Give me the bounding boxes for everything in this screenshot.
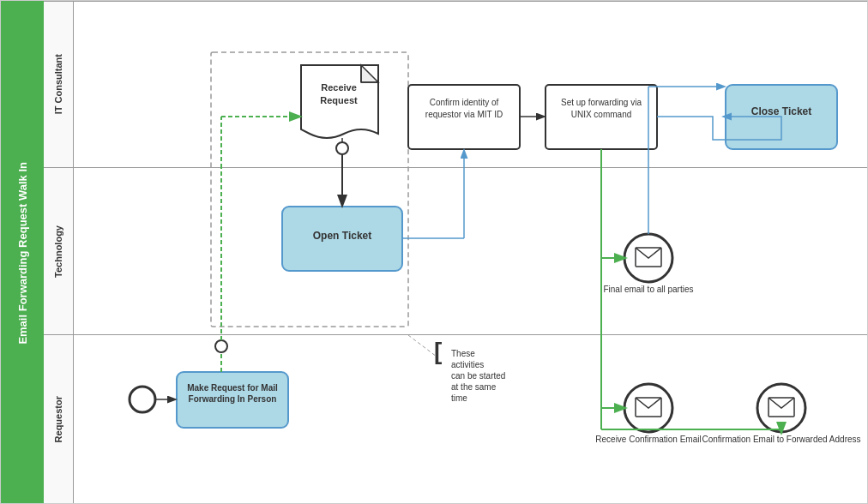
lane-requestor-label: Requestor — [53, 396, 63, 442]
lane-it: IT Consultant — [44, 1, 868, 168]
lane-requestor-label-container: Requestor — [44, 335, 74, 504]
lane-it-label-container: IT Consultant — [44, 2, 74, 167]
lane-tech-label-container: Technology — [44, 168, 74, 334]
diagram-title-bar: Email Forwarding Request Walk In — [1, 1, 44, 504]
diagram-container: Email Forwarding Request Walk In IT Cons… — [0, 0, 868, 504]
lane-tech: Technology — [44, 168, 868, 335]
swim-lanes: IT Consultant Technology Requestor — [44, 1, 868, 504]
lane-tech-label: Technology — [53, 225, 63, 278]
lane-it-label: IT Consultant — [53, 54, 63, 114]
diagram-title: Email Forwarding Request Walk In — [16, 162, 29, 345]
lane-requestor: Requestor — [44, 335, 868, 504]
